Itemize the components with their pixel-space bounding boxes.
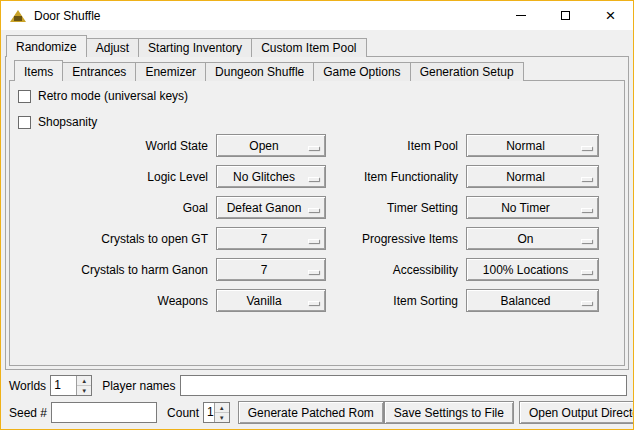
dropdown-value: Open	[223, 139, 305, 153]
minimize-icon	[516, 15, 526, 16]
seed-row: Seed # Count 1 ▲ ▼ Generate Patched Rom …	[9, 401, 627, 424]
player-names-label: Player names	[102, 379, 175, 393]
tab-generation-setup[interactable]: Generation Setup	[410, 62, 524, 81]
inner-tab-bar: Items Entrances Enemizer Dungeon Shuffle…	[14, 60, 524, 81]
form-row: Goal Defeat Ganon Timer Setting No Timer	[13, 192, 625, 223]
dropdown-indicator	[308, 301, 319, 305]
retro-mode-label: Retro mode (universal keys)	[38, 89, 188, 103]
logic-level-label: Logic Level	[13, 170, 216, 184]
tab-dungeon-shuffle[interactable]: Dungeon Shuffle	[205, 62, 314, 81]
dropdown-indicator	[581, 208, 592, 212]
dropdown-indicator	[308, 208, 319, 212]
spin-down-button[interactable]: ▼	[77, 385, 91, 395]
shopsanity-checkbox[interactable]: Shopsanity	[18, 112, 188, 132]
spinner-buttons: ▲ ▼	[214, 403, 229, 422]
dropdown-indicator	[308, 270, 319, 274]
seed-input[interactable]	[51, 402, 157, 423]
seed-label: Seed #	[9, 406, 47, 420]
count-value: 1	[204, 403, 214, 422]
spin-up-button[interactable]: ▲	[77, 376, 91, 385]
spin-down-button[interactable]: ▼	[215, 412, 229, 422]
open-output-directory-button[interactable]: Open Output Directory	[519, 401, 634, 424]
outer-tab-bar: Randomize Adjust Starting Inventory Cust…	[6, 35, 367, 57]
window-title: Door Shuffle	[34, 9, 498, 23]
world-state-dropdown[interactable]: Open	[216, 134, 326, 157]
dropdown-value: No Glitches	[223, 170, 305, 184]
maximize-icon	[561, 11, 570, 20]
dropdown-value: Balanced	[473, 294, 578, 308]
accessibility-label: Accessibility	[326, 263, 466, 277]
goal-dropdown[interactable]: Defeat Ganon	[216, 196, 326, 219]
form-row: Weapons Vanilla Item Sorting Balanced	[13, 285, 625, 316]
tab-items[interactable]: Items	[14, 60, 63, 81]
window: Door Shuffle × Randomize Adjust Starting…	[0, 0, 634, 430]
dropdown-value: Defeat Ganon	[223, 201, 305, 215]
spinner-buttons: ▲ ▼	[76, 376, 91, 395]
count-label: Count	[167, 406, 199, 420]
dropdown-indicator	[581, 239, 592, 243]
dropdown-value: Normal	[473, 139, 578, 153]
tab-starting-inventory[interactable]: Starting Inventory	[138, 38, 252, 57]
titlebar[interactable]: Door Shuffle ×	[1, 1, 633, 30]
dropdown-indicator	[581, 301, 592, 305]
accessibility-dropdown[interactable]: 100% Locations	[466, 258, 599, 281]
app-icon[interactable]	[10, 8, 26, 24]
goal-label: Goal	[13, 201, 216, 215]
logic-level-dropdown[interactable]: No Glitches	[216, 165, 326, 188]
player-names-input[interactable]	[180, 375, 628, 396]
tab-enemizer[interactable]: Enemizer	[135, 62, 206, 81]
dropdown-indicator	[581, 146, 592, 150]
form-row: World State Open Item Pool Normal	[13, 130, 625, 161]
count-spinbox[interactable]: 1 ▲ ▼	[203, 402, 230, 423]
progressive-items-dropdown[interactable]: On	[466, 227, 599, 250]
close-button[interactable]: ×	[588, 1, 633, 30]
dropdown-indicator	[308, 239, 319, 243]
item-sorting-label: Item Sorting	[326, 294, 466, 308]
item-functionality-dropdown[interactable]: Normal	[466, 165, 599, 188]
tab-entrances[interactable]: Entrances	[62, 62, 136, 81]
dropdown-value: No Timer	[473, 201, 578, 215]
dropdown-value: 7	[223, 232, 305, 246]
dropdown-indicator	[308, 177, 319, 181]
item-functionality-label: Item Functionality	[326, 170, 466, 184]
maximize-button[interactable]	[543, 1, 588, 30]
options-form: World State Open Item Pool Normal Logic …	[13, 130, 625, 316]
timer-setting-dropdown[interactable]: No Timer	[466, 196, 599, 219]
dropdown-value: Normal	[473, 170, 578, 184]
form-row: Crystals to harm Ganon 7 Accessibility 1…	[13, 254, 625, 285]
tab-adjust[interactable]: Adjust	[86, 38, 139, 57]
dropdown-indicator	[581, 177, 592, 181]
item-pool-dropdown[interactable]: Normal	[466, 134, 599, 157]
crystals-gt-label: Crystals to open GT	[13, 232, 216, 246]
dropdown-value: On	[473, 232, 578, 246]
spin-up-button[interactable]: ▲	[215, 403, 229, 412]
item-sorting-dropdown[interactable]: Balanced	[466, 289, 599, 312]
worlds-row: Worlds 1 ▲ ▼ Player names	[9, 374, 627, 397]
dropdown-value: Vanilla	[223, 294, 305, 308]
dropdown-value: 7	[223, 263, 305, 277]
checkbox-icon	[18, 116, 31, 129]
world-state-label: World State	[13, 139, 216, 153]
save-settings-button[interactable]: Save Settings to File	[384, 401, 514, 424]
item-pool-label: Item Pool	[326, 139, 466, 153]
close-icon: ×	[606, 7, 616, 24]
crystals-ganon-dropdown[interactable]: 7	[216, 258, 326, 281]
form-row: Crystals to open GT 7 Progressive Items …	[13, 223, 625, 254]
minimize-button[interactable]	[498, 1, 543, 30]
dropdown-indicator	[308, 146, 319, 150]
worlds-spinbox[interactable]: 1 ▲ ▼	[50, 375, 92, 396]
tab-custom-item-pool[interactable]: Custom Item Pool	[251, 38, 366, 57]
progressive-items-label: Progressive Items	[326, 232, 466, 246]
tab-randomize[interactable]: Randomize	[6, 35, 87, 57]
generate-patched-rom-button[interactable]: Generate Patched Rom	[238, 401, 384, 424]
weapons-label: Weapons	[13, 294, 216, 308]
crystals-ganon-label: Crystals to harm Ganon	[13, 263, 216, 277]
weapons-dropdown[interactable]: Vanilla	[216, 289, 326, 312]
tab-game-options[interactable]: Game Options	[313, 62, 410, 81]
retro-mode-checkbox[interactable]: Retro mode (universal keys)	[18, 86, 188, 106]
dropdown-indicator	[581, 270, 592, 274]
form-row: Logic Level No Glitches Item Functionali…	[13, 161, 625, 192]
app-icon-base	[14, 16, 22, 21]
worlds-label: Worlds	[9, 379, 46, 393]
crystals-gt-dropdown[interactable]: 7	[216, 227, 326, 250]
